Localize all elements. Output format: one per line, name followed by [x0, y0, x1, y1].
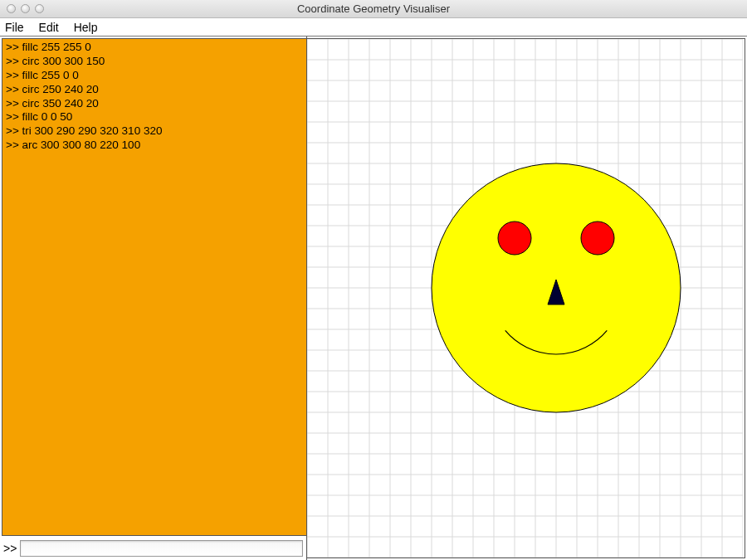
titlebar: Coordinate Geometry Visualiser: [0, 0, 747, 18]
window-controls: [0, 4, 44, 13]
drawing-canvas: [307, 39, 743, 558]
history-line: >> arc 300 300 80 220 100: [6, 139, 303, 153]
command-input[interactable]: [20, 540, 303, 557]
zoom-window-icon[interactable]: [35, 4, 44, 13]
minimize-window-icon[interactable]: [21, 4, 30, 13]
content: >> fillc 255 255 0>> circ 300 300 150>> …: [0, 37, 747, 560]
history-line: >> fillc 255 255 0: [6, 41, 303, 55]
history-line: >> fillc 255 0 0: [6, 69, 303, 83]
prompt-label: >>: [3, 542, 17, 555]
left-pane: >> fillc 255 255 0>> circ 300 300 150>> …: [0, 37, 307, 560]
history-line: >> fillc 0 0 50: [6, 110, 303, 124]
shape-circle: [498, 222, 531, 255]
history-line: >> circ 350 240 20: [6, 97, 303, 111]
menu-edit[interactable]: Edit: [39, 21, 59, 34]
menubar: File Edit Help: [0, 18, 747, 37]
close-window-icon[interactable]: [7, 4, 16, 13]
shape-circle: [581, 222, 614, 255]
menu-help[interactable]: Help: [74, 21, 98, 34]
history-line: >> circ 300 300 150: [6, 55, 303, 69]
canvas-pane[interactable]: [307, 38, 745, 558]
window-title: Coordinate Geometry Visualiser: [0, 2, 747, 15]
console-history[interactable]: >> fillc 255 255 0>> circ 300 300 150>> …: [2, 38, 306, 536]
history-line: >> circ 250 240 20: [6, 83, 303, 97]
menu-file[interactable]: File: [5, 21, 24, 34]
command-input-row: >>: [0, 538, 306, 560]
history-line: >> tri 300 290 290 320 310 320: [6, 124, 303, 139]
